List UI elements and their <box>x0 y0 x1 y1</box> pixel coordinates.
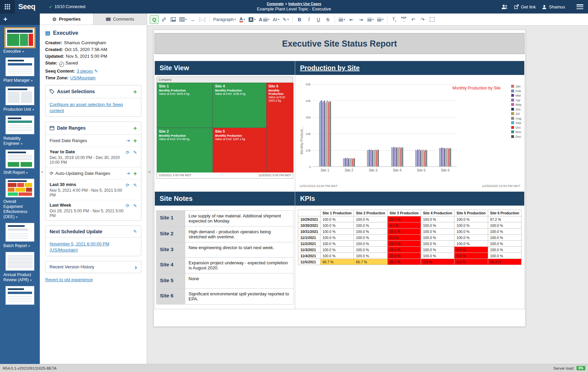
chart-bar[interactable] <box>395 147 396 166</box>
chart-bar[interactable] <box>326 101 327 166</box>
hamburger-menu-icon[interactable] <box>577 4 583 9</box>
chart-bar[interactable] <box>378 150 379 166</box>
kpi-value-cell[interactable]: 100.0 % <box>421 235 454 241</box>
edit-icon[interactable]: ✎ <box>94 69 98 74</box>
kpi-value-cell[interactable]: 0.0 % <box>387 235 421 241</box>
kpi-value-cell[interactable]: 100.0 % <box>354 222 387 229</box>
legend-item[interactable]: Feb <box>511 89 522 93</box>
chart-bar[interactable] <box>402 148 403 166</box>
legend-item[interactable]: May <box>511 103 522 106</box>
kpi-value-cell[interactable]: 100.0 % <box>488 222 521 229</box>
italic-button[interactable]: I <box>305 15 313 24</box>
chart-bar[interactable] <box>371 150 372 166</box>
edit-icon[interactable]: ✎ <box>133 229 137 234</box>
sidebar-item-batch-report[interactable]: Batch Report▾ <box>3 223 37 248</box>
legend-item[interactable]: Jan <box>511 84 522 88</box>
edit-icon[interactable]: ✎ <box>133 183 137 188</box>
chart-bar[interactable] <box>423 150 424 167</box>
chart-bar[interactable] <box>328 102 329 166</box>
chart-bar[interactable] <box>349 158 350 166</box>
get-link-button[interactable]: Get link <box>514 4 536 9</box>
chart-bar[interactable] <box>354 158 355 166</box>
treemap-tile-site-6[interactable]: Site 6Monthly ProductionValue at End: 16… <box>267 83 294 172</box>
chart-bar[interactable] <box>426 150 427 166</box>
chart-bar[interactable] <box>327 100 328 166</box>
paragraph-style-dropdown[interactable]: Paragraph ▾ <box>212 15 237 24</box>
sidebar-item-shift-report[interactable]: Shift Report▾ <box>3 150 37 175</box>
sidebar-item-reliability-engineer[interactable]: Reliability Engineer▾ <box>3 115 37 146</box>
chart-bar[interactable] <box>394 148 395 166</box>
kpi-value-cell[interactable]: 0.0 % <box>454 259 488 265</box>
legend-item[interactable]: Oct <box>511 126 522 129</box>
kpi-value-cell[interactable]: 100.0 % <box>421 229 454 235</box>
insert-link-button[interactable] <box>159 15 168 24</box>
pdf-export-button[interactable]: PDF↓ <box>399 15 408 24</box>
legend-item[interactable]: Nov <box>511 130 522 134</box>
breadcrumb-industry-use-cases[interactable]: Industry Use Cases <box>288 2 321 6</box>
highlight-color-dropdown[interactable]: A▾ <box>247 15 257 24</box>
text-size-dropdown[interactable]: A▾ <box>257 15 271 24</box>
chart-bar[interactable] <box>418 150 419 166</box>
font-color-dropdown[interactable]: A▾ <box>238 15 247 24</box>
chart-bar[interactable] <box>424 151 425 167</box>
chart-bar[interactable] <box>367 150 368 167</box>
chart-bar[interactable] <box>372 150 373 166</box>
kpi-value-cell[interactable]: 100.0 % <box>320 235 354 241</box>
chart-bar[interactable] <box>321 100 322 167</box>
chart-bar[interactable] <box>344 158 345 167</box>
sidebar-item-annual-product-review-apr[interactable]: Annual Product Review (APR)▾ <box>3 252 37 283</box>
kpi-value-cell[interactable]: 100.0 % <box>454 241 488 247</box>
chart-bar[interactable] <box>396 148 397 166</box>
strikethrough-button[interactable]: S <box>324 15 332 24</box>
chart-bar[interactable] <box>422 150 423 166</box>
revert-old-experience-link[interactable]: Revert to old experience <box>45 277 93 282</box>
bold-button[interactable]: B <box>295 15 304 24</box>
users-button[interactable] <box>501 4 508 9</box>
annotate-dropdown[interactable]: ✎▾ <box>281 15 290 24</box>
kpi-value-cell[interactable]: 100.0 % <box>320 247 354 253</box>
kpi-value-cell[interactable]: 100.0 % <box>354 216 387 222</box>
tab-comments[interactable]: Comments <box>93 14 147 25</box>
insert-table-dropdown[interactable]: ▾ <box>178 15 188 24</box>
chart-bar[interactable] <box>392 148 393 166</box>
treemap-tile-site-5[interactable]: Site 5Monthly ProductionValue at End: 11… <box>213 128 266 173</box>
kpi-value-cell[interactable]: 100.0 % <box>320 229 354 235</box>
chart-bar[interactable] <box>345 158 346 166</box>
legend-item[interactable]: Jul <box>511 112 522 115</box>
chart-bar[interactable] <box>391 147 392 166</box>
chart-bar[interactable] <box>343 158 344 166</box>
chart-bar[interactable] <box>421 150 422 166</box>
version-history-button[interactable]: Recent Version History › <box>45 261 141 273</box>
kpi-value-cell[interactable]: 26.6 % <box>387 241 421 247</box>
chart-bar[interactable] <box>416 150 417 167</box>
chart-bar[interactable] <box>325 103 326 166</box>
redo-button[interactable]: ↷ <box>418 15 427 24</box>
chart-bar[interactable] <box>346 158 347 166</box>
page-width-button[interactable]: ↔ <box>198 15 207 24</box>
chart-bar[interactable] <box>330 102 331 166</box>
chart-bar[interactable] <box>351 158 352 166</box>
chart-bar[interactable] <box>323 101 324 166</box>
chart-bar[interactable] <box>401 147 402 166</box>
apps-grid-button[interactable] <box>0 0 15 14</box>
kpi-value-cell[interactable]: 100.0 % <box>421 216 454 222</box>
insert-seeq-content-button[interactable]: Q <box>150 15 159 24</box>
kpi-value-cell[interactable]: 5.5 % <box>454 247 488 253</box>
chart-bar[interactable] <box>353 158 354 167</box>
outdent-button[interactable]: ⇤ <box>347 15 356 24</box>
kpi-value-cell[interactable]: 100.0 % <box>320 216 354 222</box>
document-scroll-area[interactable]: Executive Site Status Report Site View C… <box>147 26 588 364</box>
collapse-properties-handle[interactable]: « <box>147 167 151 176</box>
font-family-dropdown[interactable]: AI▾ <box>272 15 281 24</box>
treemap-tile-site-4[interactable]: Site 4Monthly ProductionValue at End: 15… <box>213 83 266 128</box>
next-update-link[interactable]: November 5, 2021 6:00:00 PM (US/Mountain… <box>50 241 109 253</box>
indent-button[interactable]: ⇥ <box>357 15 365 24</box>
add-date-range-button[interactable]: + <box>133 125 137 131</box>
seeq-content-link[interactable]: 3 pieces <box>77 69 93 74</box>
site-treemap[interactable]: Company Site 1Monthly ProductionValue at… <box>157 77 293 179</box>
chart-bar[interactable] <box>400 148 401 166</box>
add-document-button[interactable]: + <box>3 16 7 23</box>
kpi-value-cell[interactable]: 35.3 % <box>387 259 421 265</box>
chart-bar[interactable] <box>398 148 399 166</box>
chart-bar[interactable] <box>399 147 400 166</box>
